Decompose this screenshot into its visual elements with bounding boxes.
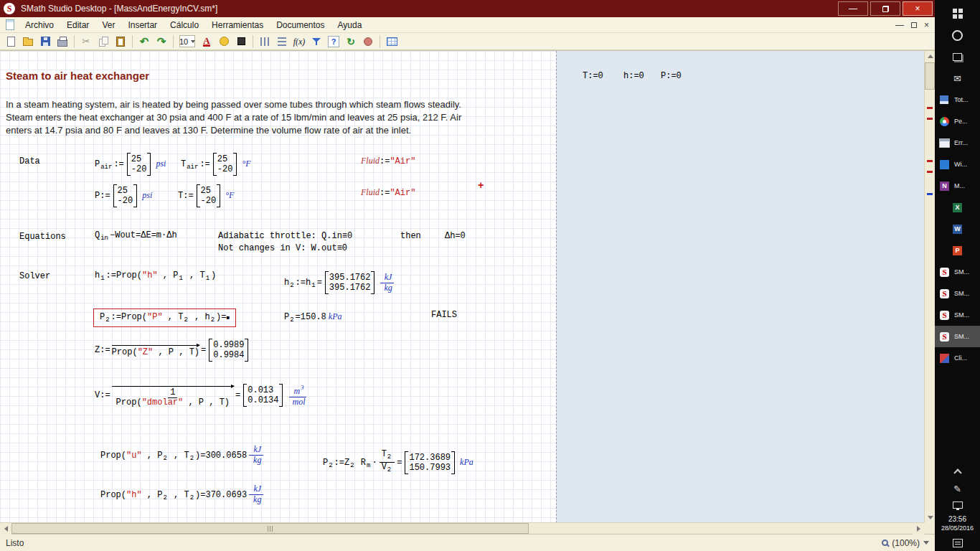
horizontal-scrollbar[interactable] [0,522,924,534]
expr-v-definition[interactable]: V:=1Prop("dmolar" , P , T)=0.0130.0134m3… [95,383,309,408]
scroll-up-arrow[interactable] [925,51,936,62]
menu-item-archivo[interactable]: Archivo [19,17,60,33]
menu-item-ayuda[interactable]: Ayuda [331,17,369,33]
help-button[interactable]: ? [326,34,341,49]
label-data[interactable]: Data [19,156,40,166]
pen-input-icon[interactable] [953,482,961,495]
abort-button[interactable] [360,34,376,49]
expr-side-t[interactable]: T:=0 [583,71,603,81]
expr-p[interactable]: P:=25-20psi [95,184,152,207]
taskbar-item-smath-1[interactable]: SSM... [935,261,980,283]
taskbar-item-smath-4[interactable]: SSM... [935,326,980,347]
paste-button[interactable] [113,34,128,49]
close-button[interactable]: × [903,1,933,16]
task-view-button[interactable] [935,46,980,67]
taskbar-item-powerpoint[interactable]: P [935,240,980,261]
cut-button[interactable]: ✂ [78,34,94,49]
action-center-icon[interactable] [953,539,963,547]
toolbar-separator [74,35,75,48]
mdi-restore-button[interactable] [911,22,917,28]
insert-function-button[interactable]: f(x) [291,34,307,49]
menu-item-herramientas[interactable]: Herramientas [205,17,270,33]
label-equations[interactable]: Equations [19,232,66,242]
mail-button[interactable]: ✉ [935,67,980,89]
expr-no-work-note[interactable]: Not changes in V: W.out≡0 [218,243,347,253]
worksheet-canvas[interactable]: Steam to air heat exchanger In a steam h… [0,51,924,523]
taskbar-clock[interactable]: 23:56 28/05/2016 [941,515,974,532]
open-button[interactable] [20,34,36,49]
vertical-scroll-thumb[interactable] [925,62,935,90]
expr-side-h[interactable]: h:=0 [623,71,644,81]
expr-prop-u[interactable]: Prop("u" , P2 , T2)=300.0658kJkg [100,445,265,466]
scroll-down-arrow[interactable] [925,512,936,523]
smath-window: S SMath Studio Desktop - [MassAndEnergyI… [0,0,935,551]
network-icon[interactable] [953,501,963,509]
taskbar-item-photos[interactable]: Wi... [935,154,980,175]
highlight-button[interactable] [216,34,232,49]
taskbar-item-totalcmd[interactable]: Tot... [935,89,980,110]
horizontal-scroll-thumb[interactable] [11,523,529,534]
expr-t[interactable]: T:=25-20°F [178,184,234,207]
taskbar-item-onenote[interactable]: NM... [935,175,980,197]
border-button[interactable] [233,34,249,49]
title-bar[interactable]: S SMath Studio Desktop - [MassAndEnergyI… [0,0,935,17]
print-button[interactable] [55,34,70,49]
mdi-minimize-button[interactable]: — [895,21,904,29]
save-button[interactable] [37,34,53,49]
expr-side-p[interactable]: P:=0 [661,71,682,81]
zoom-control[interactable]: (100%) [882,538,929,548]
maximize-button[interactable] [870,1,900,16]
columns-button[interactable] [257,34,273,49]
expr-fluid-2[interactable]: Fluid:="Air" [361,187,415,198]
label-solver[interactable]: Solver [19,271,50,281]
taskbar-item-word[interactable]: W [935,218,980,240]
expr-p2-ideal-gas[interactable]: P2:=Z2 Rm·T2V2=172.3689150.7993kPa [323,450,473,475]
start-button[interactable] [935,3,980,24]
problem-text[interactable]: In a steam heating system, air is heated… [6,98,461,137]
expr-energy-balance[interactable]: Qin−Wout=ΔE=m·Δh [95,230,177,242]
menu-item-insertar[interactable]: Insertar [121,17,164,33]
menu-item-cálculo[interactable]: Cálculo [164,17,205,33]
minimize-button[interactable]: — [838,1,868,16]
expr-h1-definition[interactable]: h1:=Prop("h" , P1 , T1) [95,270,216,282]
recalculate-button[interactable]: ↻ [343,34,359,49]
problem-line-1: In a steam heating system, air is heated… [6,98,461,111]
mdi-close-button[interactable]: × [924,21,929,29]
scroll-left-arrow[interactable] [0,523,11,534]
copy-button[interactable] [95,34,111,49]
expr-delta-h[interactable]: Δh=0 [445,231,466,241]
cortana-button[interactable] [935,24,980,46]
insert-table-button[interactable] [384,34,400,49]
menu-item-editar[interactable]: Editar [60,17,95,33]
font-color-button[interactable]: A [199,34,215,49]
expr-fluid-1[interactable]: Fluid:="Air" [361,156,415,166]
rows-button[interactable] [274,34,290,49]
hidden-icons-chevron[interactable] [953,468,961,476]
expr-then[interactable]: then [400,231,421,241]
taskbar-item-excel[interactable]: X [935,197,980,218]
taskbar-item-smath-2[interactable]: SSM... [935,283,980,304]
filter-button[interactable] [308,34,324,49]
font-size-select[interactable]: 10 [179,35,195,47]
expr-p2-value[interactable]: P2=150.8kPa [284,311,341,324]
taskbar-item-errors[interactable]: Err... [935,132,980,154]
expr-z-definition[interactable]: Z:=Prop("Z" , P , T)=0.99890.9984 [95,339,251,362]
sheet-heading[interactable]: Steam to air heat exchanger [6,70,149,82]
taskbar-item-smath-3[interactable]: SSM... [935,304,980,326]
expr-t-air[interactable]: Tair:=25-20°F [181,153,251,176]
expr-p2-error[interactable]: P2:=Prop("P" , T2 , h2)=■ [93,309,236,327]
expr-h2-result[interactable]: h2:=h1=395.1762395.1762kJkg [284,271,397,294]
undo-button[interactable]: ↶ [136,34,152,49]
expr-fails-note[interactable]: FAILS [431,310,457,320]
menu-item-documentos[interactable]: Documentos [270,17,331,33]
taskbar-item-clipboard[interactable]: Cli... [935,347,980,369]
taskbar-item-browser[interactable]: Pe... [935,110,980,132]
menu-item-ver[interactable]: Ver [95,17,121,33]
scroll-right-arrow[interactable] [913,523,924,534]
new-document-button[interactable] [3,34,19,49]
expr-prop-h[interactable]: Prop("h" , P2 , T2)=370.0693kJkg [100,484,265,505]
expr-adiabatic-note[interactable]: Adiabatic throttle: Q.in≡0 [218,231,352,241]
expr-p-air[interactable]: Pair:=25-20psi [95,153,166,176]
vertical-scrollbar[interactable] [924,51,935,523]
redo-button[interactable]: ↷ [154,34,169,49]
